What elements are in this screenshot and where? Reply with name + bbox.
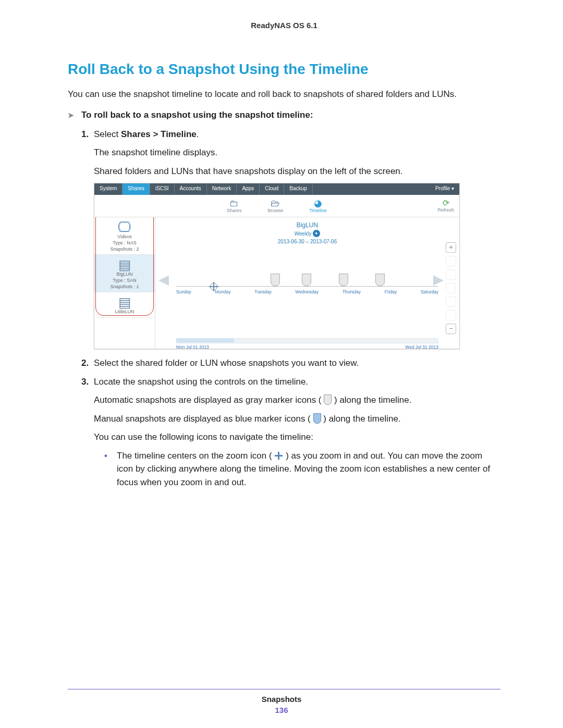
toolbar-browse-label: Browse (267, 208, 283, 213)
scrub-start-label: Mon Jul 01 2013 (176, 344, 209, 350)
text: Automatic snapshots are displayed as gra… (94, 395, 322, 405)
timeline-range-label: Weekly (295, 231, 312, 237)
scrub-bar[interactable]: Mon Jul 01 2013 Wed Jul 31 2013 (176, 338, 438, 349)
zoom-badge-icon: ✦ (313, 230, 320, 237)
step-number: 3. (81, 375, 94, 389)
card2-name: BigLUN (94, 272, 155, 278)
tab-backup[interactable]: Backup (284, 183, 312, 195)
step2-text: Select the shared folder or LUN whose sn… (94, 356, 500, 370)
share-card-littlelun[interactable]: ▤ LittleLUN (94, 292, 155, 318)
timeline-area[interactable]: ◀ ▶ Sunday Monday Tuesday Wednes (155, 250, 459, 333)
day-label: Monday (215, 289, 230, 294)
share-card-videos[interactable]: 🖵 Videos Type : NAS Snapshots : 2 (94, 217, 155, 255)
day-label: Friday (385, 289, 397, 294)
step3-sub3: You can use the following icons to navig… (94, 430, 500, 444)
tab-apps[interactable]: Apps (237, 183, 260, 195)
step3-sub2: Manual snapshots are displayed as blue m… (94, 412, 500, 426)
tab-shares[interactable]: Shares (123, 183, 150, 195)
step-1: 1. Select Shares > Timeline. (81, 128, 500, 141)
timeline-range: 2013-06-30 – 2013-07-06 (155, 238, 459, 245)
card2-type: Type : SAN (94, 278, 155, 284)
disk-icon: ▤ (94, 295, 155, 309)
toolbar-shares-label: Shares (227, 208, 242, 213)
text: Manual snapshots are displayed as blue m… (94, 414, 311, 424)
step-number: 1. (81, 128, 94, 141)
refresh-label: Refresh (437, 207, 454, 213)
procedure-heading: To roll back to a snapshot using the sna… (68, 110, 500, 120)
tab-accounts[interactable]: Accounts (175, 183, 207, 195)
toolbar-browse[interactable]: 🗁 Browse (267, 199, 283, 213)
tab-cloud[interactable]: Cloud (260, 183, 284, 195)
page-footer: Snapshots 136 (0, 689, 563, 714)
monitor-icon: 🖵 (94, 220, 155, 234)
bullet-icon: • (104, 449, 117, 489)
day-label: Wednesday (295, 289, 319, 294)
step-3: 3. Locate the snapshot using the control… (81, 375, 500, 389)
step-2: 2. Select the shared folder or LUN whose… (81, 356, 500, 370)
disk-icon: ▤ (94, 258, 155, 272)
share-list: 🖵 Videos Type : NAS Snapshots : 2 ▤ BigL… (94, 217, 155, 349)
page-number: 136 (0, 706, 563, 714)
tab-system[interactable]: System (94, 183, 123, 195)
app-screenshot: System Shares iSCSI Accounts Network App… (94, 183, 460, 349)
toolbar-timeline[interactable]: ◕ Timeline (309, 199, 327, 213)
browse-icon: 🗁 (267, 199, 283, 208)
nav-tabs: System Shares iSCSI Accounts Network App… (94, 183, 459, 195)
step-number: 2. (81, 356, 94, 370)
folder-icon: 🗀 (227, 199, 242, 208)
day-label: Saturday (421, 289, 438, 294)
clock-icon: ◕ (309, 199, 327, 208)
card1-type: Type : NAS (94, 240, 155, 246)
zoom-icon (274, 451, 283, 460)
timeline-title: BigLUN (155, 220, 459, 230)
chevron-left-icon[interactable]: ◀ (158, 272, 169, 288)
refresh-icon: ⟳ (437, 199, 454, 207)
snapshot-marker[interactable] (271, 274, 280, 286)
tab-network[interactable]: Network (207, 183, 237, 195)
scrub-fill (176, 338, 234, 342)
day-label: Sunday (176, 289, 191, 294)
gray-marker-icon (324, 394, 332, 405)
toolbar-shares[interactable]: 🗀 Shares (227, 199, 242, 213)
toolbar-timeline-label: Timeline (309, 208, 327, 213)
header-product: ReadyNAS OS 6.1 (68, 21, 500, 30)
day-labels: Sunday Monday Tuesday Wednesday Thursday… (176, 289, 438, 294)
scrub-end-label: Wed Jul 31 2013 (405, 344, 438, 350)
text: The timeline centers on the zoom icon ( (117, 451, 272, 461)
text: ) along the timeline. (334, 395, 411, 405)
timeline-panel: BigLUN Weekly ✦ 2013-06-30 – 2013-07-06 … (155, 217, 459, 349)
day-label: Thursday (342, 289, 361, 294)
footer-section-label: Snapshots (0, 695, 563, 704)
share-card-biglun[interactable]: ▤ BigLUN Type : SAN Snapshots : 1 (94, 255, 155, 292)
step1-path: Shares > Timeline (121, 129, 197, 139)
footer-rule (68, 689, 500, 689)
card3-name: LittleLUN (94, 309, 155, 315)
card1-snaps: Snapshots : 2 (94, 246, 155, 253)
toolbar: 🗀 Shares 🗁 Browse ◕ Timeline ⟳ Refresh (94, 195, 459, 217)
snapshot-marker[interactable] (302, 274, 311, 286)
step3-sub1: Automatic snapshots are displayed as gra… (94, 393, 500, 407)
tab-iscsi[interactable]: iSCSI (150, 183, 175, 195)
step1-text-c: . (197, 129, 199, 139)
step3-text: Locate the snapshot using the controls o… (94, 375, 500, 389)
refresh-button[interactable]: ⟳ Refresh (437, 199, 454, 213)
intro-text: You can use the snapshot timeline to loc… (68, 88, 500, 101)
text: ) along the timeline. (323, 414, 400, 424)
timeline-header: BigLUN Weekly ✦ 2013-06-30 – 2013-07-06 (155, 217, 459, 250)
day-label: Tuesday (254, 289, 271, 294)
snapshot-marker[interactable] (339, 274, 348, 286)
card1-name: Videos (94, 234, 155, 240)
blue-marker-icon (313, 413, 321, 424)
snapshot-marker[interactable] (375, 274, 385, 286)
card2-snaps: Snapshots : 1 (94, 284, 155, 290)
step1-text-a: Select (94, 129, 121, 139)
step1-sub1: The snapshot timeline displays. (94, 146, 500, 159)
profile-menu[interactable]: Profile ▾ (430, 183, 459, 195)
section-title: Roll Back to a Snapshot Using the Timeli… (68, 61, 500, 78)
step1-sub2: Shared folders and LUNs that have snapsh… (94, 165, 500, 178)
bullet-1: • The timeline centers on the zoom icon … (104, 449, 500, 489)
